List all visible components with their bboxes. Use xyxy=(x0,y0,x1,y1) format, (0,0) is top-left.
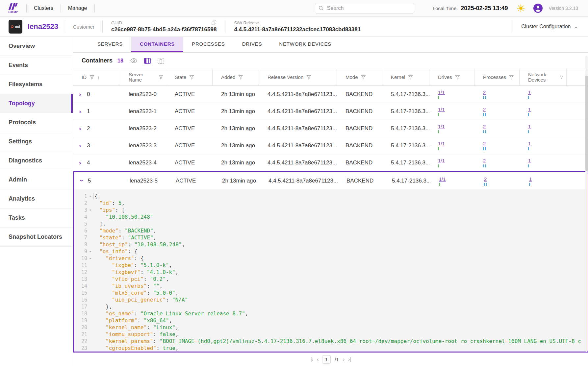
theme-toggle-sun-icon[interactable] xyxy=(517,4,525,12)
sidebar-item-admin[interactable]: Admin xyxy=(0,170,73,189)
collapse-node-icon[interactable]: ▾ xyxy=(87,256,93,260)
home-logo[interactable]: HOME xyxy=(8,3,19,14)
json-line: 19"platform": "x86_64", xyxy=(74,317,587,324)
table-row-container-2[interactable]: ›2lena2523-2ACTIVE2h 13min ago4.4.5.4211… xyxy=(73,120,588,137)
sidebar-item-filesystems[interactable]: Filesystems xyxy=(0,75,73,94)
cell-processes-link[interactable]: 2 xyxy=(483,89,486,95)
json-code: "vfio_pci": "0.2", xyxy=(93,276,169,282)
export-table-icon[interactable] xyxy=(158,58,164,64)
sidebar-item-diagnostics[interactable]: Diagnostics xyxy=(0,151,73,170)
collapse-node-icon[interactable]: ▾ xyxy=(87,208,93,212)
filter-icon[interactable] xyxy=(455,75,460,80)
search-box[interactable] xyxy=(315,3,414,14)
column-header-processes: Processes xyxy=(474,69,520,85)
sidebar-item-tasks[interactable]: Tasks xyxy=(0,208,73,228)
filter-icon[interactable] xyxy=(361,75,366,80)
last-page-icon[interactable]: ›| xyxy=(348,356,350,362)
prev-page-icon[interactable]: ‹ xyxy=(317,356,318,362)
column-header-network-devices: Network Devices xyxy=(520,69,567,85)
filter-icon[interactable] xyxy=(560,75,564,80)
column-label: Server Name xyxy=(129,72,156,83)
cell-drives-link[interactable]: 1/1 xyxy=(439,176,446,182)
oci-logo-dot xyxy=(11,25,13,28)
cell-processes-link[interactable]: 2 xyxy=(483,107,486,112)
table-row-container-1[interactable]: ›1lena2523-1ACTIVE2h 13min ago4.4.5.4211… xyxy=(73,103,588,120)
cell-processes-link[interactable]: 2 xyxy=(483,124,486,129)
user-avatar[interactable] xyxy=(533,4,543,13)
cell-drives-link[interactable]: 1/1 xyxy=(438,107,445,112)
sidebar-item-events[interactable]: Events xyxy=(0,56,73,75)
sw-release-value: 4.4.5.4211-8a7a8e6711232acfcec17083cbd83… xyxy=(234,26,361,33)
table-row-container-4[interactable]: ›4lena2523-4ACTIVE2h 13min ago4.4.5.4211… xyxy=(73,154,588,171)
tab-containers[interactable]: CONTAINERS xyxy=(131,37,183,52)
filter-icon[interactable] xyxy=(509,75,514,80)
search-input[interactable] xyxy=(326,5,411,12)
cell-network-devices-link[interactable]: 1 xyxy=(528,124,531,129)
filter-icon[interactable] xyxy=(306,75,311,80)
current-page[interactable]: 1 xyxy=(322,355,331,364)
expand-row-icon[interactable]: › xyxy=(79,159,83,166)
expand-row-icon[interactable]: › xyxy=(79,108,83,115)
vertical-scrollbar[interactable] xyxy=(585,56,588,352)
json-code: "drivers": { xyxy=(93,255,144,261)
table-row-container-0[interactable]: ›0lena2523-0ACTIVE2h 13min ago4.4.5.4211… xyxy=(73,86,588,103)
cell-drives-link[interactable]: 1/1 xyxy=(438,141,445,146)
expand-row-icon[interactable]: › xyxy=(79,142,83,149)
cell-drives: 1/1 xyxy=(430,176,475,186)
cell-network-devices-link[interactable]: 1 xyxy=(528,141,531,146)
tab-network-devices[interactable]: NETWORK DEVICES xyxy=(270,37,340,52)
cell-network-devices-link[interactable]: 1 xyxy=(528,89,531,95)
sidebar-item-protocols[interactable]: Protocols xyxy=(0,113,73,132)
cell-network-devices-link[interactable]: 1 xyxy=(528,107,531,112)
sidebar-item-analytics[interactable]: Analytics xyxy=(0,189,73,208)
json-code: { xyxy=(93,193,99,199)
next-page-icon[interactable]: › xyxy=(343,356,344,362)
cell-drives-link[interactable]: 1/1 xyxy=(438,89,445,95)
expand-row-icon[interactable]: › xyxy=(79,91,83,98)
scrollbar-thumb[interactable] xyxy=(585,76,588,171)
tab-processes[interactable]: PROCESSES xyxy=(183,37,234,52)
table-row-container-3[interactable]: ›3lena2523-3ACTIVE2h 13min ago4.4.5.4211… xyxy=(73,137,588,154)
sort-asc-icon[interactable]: ↑ xyxy=(97,75,100,80)
sidebar-item-settings[interactable]: Settings xyxy=(0,132,73,151)
collapse-node-icon[interactable]: ▾ xyxy=(87,250,93,253)
cell-id: ›2 xyxy=(73,125,120,132)
cell-processes-link[interactable]: 2 xyxy=(483,158,486,163)
expand-row-icon[interactable]: › xyxy=(79,125,83,132)
cluster-configuration-menu[interactable]: Cluster Configuration ⌄ xyxy=(521,24,578,30)
cell-kernel: 5.4.17-2136.3... xyxy=(383,178,430,184)
json-line-number: 1 xyxy=(74,193,87,199)
collapse-row-icon[interactable]: › xyxy=(78,180,86,183)
nav-manage[interactable]: Manage xyxy=(68,5,87,11)
cell-network-devices-link[interactable]: 1 xyxy=(528,158,531,163)
cell-processes-link[interactable]: 2 xyxy=(483,141,486,146)
app-root: HOME Clusters Manage Local Time 2025-02-… xyxy=(0,0,588,366)
collapse-node-icon[interactable]: ▾ xyxy=(87,194,93,198)
sw-release-group: S/W Release 4.4.5.4211-8a7a8e6711232acfc… xyxy=(234,20,361,33)
copy-guid-icon[interactable] xyxy=(212,20,217,25)
table-row-container-5[interactable]: ›5lena2523-5ACTIVE2h 13min ago4.4.5.4211… xyxy=(74,172,587,189)
filter-icon[interactable] xyxy=(159,75,163,80)
sidebar-item-overview[interactable]: Overview xyxy=(0,37,73,56)
filter-icon[interactable] xyxy=(89,75,94,80)
cell-kernel: 5.4.17-2136.3... xyxy=(382,125,429,132)
cell-network-devices: 1 xyxy=(521,176,568,186)
cell-network-devices-link[interactable]: 1 xyxy=(529,176,532,182)
filter-icon[interactable] xyxy=(408,75,413,80)
manage-columns-icon[interactable] xyxy=(144,58,151,64)
sidebar-item-topology[interactable]: Topology xyxy=(0,94,73,113)
cell-processes-link[interactable]: 2 xyxy=(484,176,487,182)
tab-servers[interactable]: SERVERS xyxy=(89,37,131,52)
first-page-icon[interactable]: |‹ xyxy=(310,356,313,362)
nav-clusters[interactable]: Clusters xyxy=(34,5,53,11)
tab-drives[interactable]: DRIVES xyxy=(234,37,271,52)
visibility-eye-icon[interactable] xyxy=(130,58,137,63)
row-id-value: 5 xyxy=(88,178,91,184)
json-line-number: 10 xyxy=(74,256,87,261)
column-label: Mode xyxy=(345,75,358,80)
cell-drives-link[interactable]: 1/1 xyxy=(438,124,445,129)
filter-icon[interactable] xyxy=(238,75,243,80)
sidebar-item-snapshot-locators[interactable]: Snapshot Locators xyxy=(0,228,73,247)
filter-icon[interactable] xyxy=(189,75,194,80)
cell-drives-link[interactable]: 1/1 xyxy=(438,158,445,163)
